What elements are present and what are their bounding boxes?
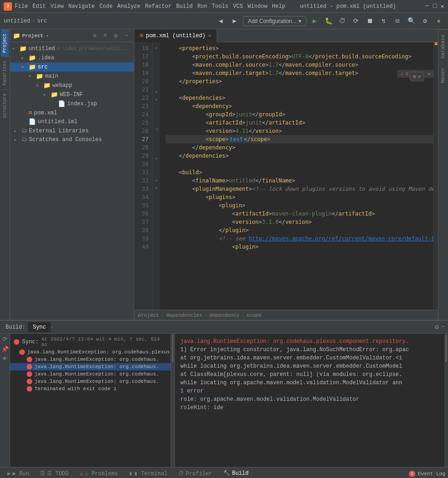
close-button[interactable]: ✕: [441, 2, 444, 10]
problems-label: ⚠ Problems: [85, 470, 118, 477]
toolbar-btn-2[interactable]: ⏹: [364, 16, 375, 27]
search-button[interactable]: 🔍: [406, 16, 417, 27]
maven-notification[interactable]: m ✕: [410, 72, 424, 81]
breadcrumb-src[interactable]: src: [37, 18, 47, 24]
tree-src[interactable]: ▾ 📁 src: [10, 63, 134, 72]
run-tab[interactable]: ▶ ▶ Run: [3, 469, 34, 478]
build-error-3[interactable]: java.lang.RuntimeException: org.codehaus…: [10, 370, 171, 378]
tree-scratches[interactable]: ▸ 🗂 Scratches and Consoles: [10, 135, 134, 144]
editor-tab-pomxml[interactable]: m pom.xml (untitled) ✕: [134, 29, 217, 42]
problems-tab[interactable]: ⚠ ⚠ Problems: [75, 469, 122, 478]
todo-tab[interactable]: ☰ ☰ TODO: [35, 469, 73, 478]
bc-dependency[interactable]: dependency: [209, 313, 240, 318]
settings-button[interactable]: ⚙: [419, 16, 431, 27]
toolbar-btn-3[interactable]: ↯: [378, 16, 389, 27]
menu-view[interactable]: View: [51, 3, 64, 10]
menu-vcs[interactable]: VCS: [233, 3, 243, 10]
build-list-scrollbar[interactable]: [171, 334, 175, 467]
menu-tools[interactable]: Tools: [212, 3, 229, 10]
panel-settings[interactable]: ⚙: [435, 323, 438, 331]
sidebar-expand-icon[interactable]: ≡: [101, 31, 110, 40]
maven-close[interactable]: ✕: [418, 74, 421, 80]
output-scrollbar-thumb[interactable]: [445, 335, 447, 362]
build-tab[interactable]: 🔨 Build: [218, 468, 253, 478]
fold-btn-34[interactable]: ▾: [153, 177, 160, 184]
code-content[interactable]: <properties> <project.build.sourceEncodi…: [160, 42, 433, 310]
scrollbar-thumb[interactable]: [172, 335, 173, 362]
fold-btn-16[interactable]: ▾: [153, 45, 160, 51]
tree-external-libs[interactable]: ▸ 🗂 External Libraries: [10, 126, 134, 135]
maximize-button[interactable]: □: [433, 2, 437, 10]
add-configuration-button[interactable]: Add Configuration... ▾: [243, 16, 306, 26]
tree-idea[interactable]: ▸ 📁 .idea: [10, 53, 134, 63]
breadcrumb-project[interactable]: untitled: [4, 18, 30, 24]
tree-root[interactable]: ▾ 📁 untitled G:\idea_pro\maven\untit...: [10, 44, 134, 53]
code-line-32: <finalName>untitled</finalName>: [166, 176, 433, 185]
fold-btn-35[interactable]: ▾: [153, 185, 160, 191]
output-scrollbar[interactable]: [444, 334, 448, 467]
menu-code[interactable]: Code: [99, 3, 113, 10]
menu-run[interactable]: Run: [197, 3, 207, 10]
build-output[interactable]: java.lang.RuntimeException: org.codehaus…: [175, 334, 444, 467]
sidebar-close-icon[interactable]: ─: [122, 31, 131, 40]
sync-tab[interactable]: Sync: [28, 322, 51, 332]
bc-scope[interactable]: scope: [246, 313, 261, 318]
tab-close-button[interactable]: ✕: [208, 33, 212, 39]
menu-help[interactable]: Help: [272, 3, 285, 10]
code-line-16: <properties>: [166, 44, 433, 52]
tree-iml[interactable]: ▸ 📄 untitled.iml: [10, 117, 134, 126]
structure-tab[interactable]: Structure: [1, 89, 9, 122]
bc-dependencies[interactable]: dependencies: [166, 313, 202, 318]
menu-refactor[interactable]: Refactor: [145, 3, 172, 10]
sync-icon[interactable]: ⟳: [2, 336, 7, 343]
forward-button[interactable]: ▶: [229, 16, 240, 27]
notifications-button[interactable]: ●: [433, 16, 444, 27]
profiler-tab[interactable]: ⏱ Profiler: [174, 469, 217, 478]
build-error-1[interactable]: java.lang.RuntimeException: org.codehaus…: [10, 356, 171, 363]
panel-minimize[interactable]: ─: [442, 323, 445, 331]
profile-button[interactable]: ⏱: [337, 16, 348, 27]
maven-tab[interactable]: Maven: [438, 63, 448, 88]
menu-edit[interactable]: Edit: [33, 3, 46, 10]
build-error-2[interactable]: java.lang.RuntimeException: org.codehaus…: [10, 363, 171, 370]
code-line-36: <artifactId>maven-clean-plugin</artifact…: [166, 210, 433, 218]
database-tab[interactable]: Database: [438, 29, 448, 63]
tree-main[interactable]: ▾ 📁 main: [10, 72, 134, 81]
code-line-22: <dependencies>: [166, 94, 433, 102]
build-error-4[interactable]: java.lang.RuntimeException: org.codehaus…: [10, 378, 171, 385]
output-line-4: while locating org.jetbrains.idea.maven.…: [180, 362, 439, 370]
tree-webinf[interactable]: ▸ 📁 WEB-INF: [10, 90, 134, 99]
terminal-tab[interactable]: ▮ ▮ Terminal: [125, 469, 172, 478]
tree-indexjsp[interactable]: ▸ 📄 index.jsp: [10, 99, 134, 108]
menu-window[interactable]: Window: [247, 3, 267, 10]
project-tab[interactable]: Project: [1, 29, 9, 57]
sidebar-locate-icon[interactable]: ⊙: [90, 31, 99, 40]
back-button[interactable]: ◀: [215, 16, 226, 27]
build-error-0[interactable]: java.lang.RuntimeException: org.codehaus…: [10, 348, 171, 356]
event-log-label[interactable]: Event Log: [418, 471, 445, 477]
code-line-19: <maven.compiler.target>1.7</maven.compil…: [166, 69, 433, 77]
toolbar-btn-1[interactable]: ⟳: [350, 16, 362, 27]
fold-btn-23[interactable]: ▾: [153, 97, 160, 103]
minimize-button[interactable]: ─: [425, 2, 429, 10]
toolbar-btn-4[interactable]: ⊟: [392, 16, 403, 27]
run-button[interactable]: ▶: [309, 16, 320, 27]
sidebar-title: Project: [22, 33, 43, 39]
menu-analyze[interactable]: Analyze: [117, 3, 140, 10]
code-editor[interactable]: 16 17 18 19 20 21 22 23 24 25 26 27 28 2…: [134, 42, 438, 310]
menu-build[interactable]: Build: [176, 3, 193, 10]
bc-project[interactable]: project: [138, 313, 159, 318]
favorites-tab[interactable]: Favorites: [1, 57, 9, 89]
tree-webapp[interactable]: ▾ 📁 webapp: [10, 81, 134, 90]
sidebar-filter-icon[interactable]: ⚙: [111, 31, 121, 40]
fold-btn-22[interactable]: ▾: [153, 89, 160, 96]
pin-icon[interactable]: 📌: [1, 346, 9, 353]
menu-navigate[interactable]: Navigate: [68, 3, 95, 10]
eye-icon[interactable]: 👁: [2, 356, 8, 363]
tree-pomxml[interactable]: ▸ m pom.xml: [10, 108, 134, 117]
build-terminated[interactable]: Terminated with exit code 1: [10, 385, 171, 393]
menu-file[interactable]: File: [15, 3, 28, 10]
badge-close[interactable]: ✕: [427, 71, 431, 77]
fold-btn-31[interactable]: ▾: [153, 155, 160, 162]
debug-button[interactable]: 🐛: [323, 16, 334, 27]
